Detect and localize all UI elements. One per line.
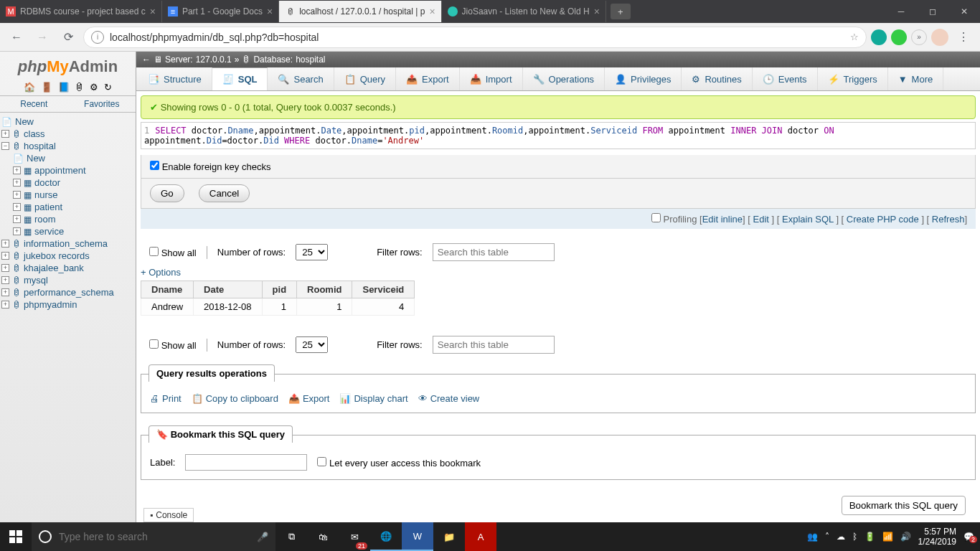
tab-operations[interactable]: 🔧Operations — [523, 67, 606, 90]
browser-tab-1[interactable]: ≡ Part 1 - Google Docs × — [162, 1, 279, 22]
tree-table-room[interactable]: +▦room — [1, 213, 134, 225]
tree-db-jukebox[interactable]: +🛢jukebox records — [1, 250, 134, 262]
home-icon[interactable]: 🏠 — [24, 82, 35, 93]
show-all-checkbox[interactable] — [149, 339, 159, 349]
task-mail[interactable]: ✉21 — [339, 522, 370, 551]
battery-icon[interactable]: 🔋 — [864, 532, 875, 542]
browser-tab-2[interactable]: 🛢 localhost / 127.0.0.1 / hospital | p × — [279, 1, 441, 22]
extension-icon-2[interactable] — [891, 29, 907, 45]
notifications-icon[interactable]: 💬2 — [963, 532, 974, 542]
window-close[interactable]: ✕ — [948, 0, 980, 23]
expand-icon[interactable]: + — [1, 276, 9, 284]
wifi-icon[interactable]: 📶 — [882, 532, 893, 542]
close-icon[interactable]: × — [150, 6, 156, 17]
task-view-button[interactable]: ⧉ — [275, 522, 307, 551]
table-row[interactable]: Andrew 2018-12-08 1 1 4 — [141, 298, 415, 316]
db-value[interactable]: hospital — [296, 55, 325, 65]
sql-icon[interactable]: 🛢 — [75, 82, 84, 93]
expand-icon[interactable]: + — [13, 203, 21, 211]
filter-input[interactable] — [433, 243, 555, 261]
rows-select[interactable]: 25 — [296, 336, 328, 353]
create-php-link[interactable]: Create PHP code — [847, 214, 919, 225]
new-tab-button[interactable]: + — [611, 4, 631, 19]
rows-select[interactable]: 25 — [296, 244, 328, 260]
tab-import[interactable]: 📥Import — [460, 67, 523, 90]
back-button[interactable]: ← — [6, 27, 27, 48]
expand-icon[interactable]: + — [1, 240, 9, 248]
start-button[interactable] — [0, 522, 32, 551]
tree-new-table[interactable]: 📄New — [1, 152, 134, 164]
print-link[interactable]: 🖨Print — [150, 393, 182, 404]
volume-icon[interactable]: 🔊 — [900, 532, 911, 542]
cancel-button[interactable]: Cancel — [199, 184, 250, 202]
expand-icon[interactable]: − — [1, 142, 9, 150]
fk-checkbox[interactable] — [150, 161, 159, 170]
taskbar-search[interactable]: 🎤 — [32, 522, 275, 551]
tree-table-patient[interactable]: +▦patient — [1, 201, 134, 213]
tree-db-perf-schema[interactable]: +🛢performance_schema — [1, 286, 134, 298]
bluetooth-icon[interactable]: ᛒ — [852, 532, 857, 542]
show-all-label[interactable]: Show all — [149, 339, 197, 351]
task-store[interactable]: 🛍 — [307, 522, 339, 551]
tree-table-nurse[interactable]: +▦nurse — [1, 189, 134, 201]
site-info-icon[interactable]: i — [91, 31, 104, 44]
tab-events[interactable]: 🕒Events — [753, 67, 818, 90]
onedrive-icon[interactable]: ☁ — [837, 532, 845, 542]
browser-tab-0[interactable]: M RDBMS course - project based c × — [0, 1, 162, 22]
tree-db-khajalee[interactable]: +🛢khajalee_bank — [1, 262, 134, 274]
extension-icon-1[interactable] — [871, 29, 887, 45]
tab-query[interactable]: 📋Query — [334, 67, 396, 90]
forward-button[interactable]: → — [32, 27, 53, 48]
show-all-label[interactable]: Show all — [149, 247, 197, 258]
taskbar-search-input[interactable] — [59, 531, 250, 542]
console-toggle[interactable]: ▪ Console — [143, 508, 194, 522]
task-explorer[interactable]: 📁 — [433, 522, 465, 551]
mic-icon[interactable]: 🎤 — [257, 532, 268, 542]
tree-db-hospital[interactable]: −🛢hospital — [1, 140, 134, 152]
server-value[interactable]: 127.0.0.1 — [196, 55, 232, 65]
chrome-menu[interactable]: ⋮ — [953, 27, 974, 48]
col-header[interactable]: pid — [262, 281, 297, 298]
go-button[interactable]: Go — [150, 184, 184, 202]
recent-tab[interactable]: Recent — [0, 96, 68, 112]
tree-db-phpmyadmin[interactable]: +🛢phpmyadmin — [1, 298, 134, 311]
expand-icon[interactable]: + — [13, 215, 21, 223]
tab-structure[interactable]: 📑Structure — [138, 67, 212, 90]
chart-link[interactable]: 📊Display chart — [339, 393, 407, 404]
logout-icon[interactable]: 🚪 — [41, 82, 52, 93]
tab-sql[interactable]: 🧾SQL — [212, 67, 268, 90]
reload-button[interactable]: ⟳ — [57, 27, 79, 48]
tab-triggers[interactable]: ⚡Triggers — [818, 67, 888, 90]
close-icon[interactable]: × — [594, 6, 600, 17]
view-link[interactable]: 👁Create view — [418, 393, 480, 404]
expand-icon[interactable]: + — [13, 227, 21, 235]
bookmark-submit-button[interactable]: Bookmark this SQL query — [842, 496, 966, 515]
people-icon[interactable]: 👥 — [807, 532, 818, 542]
export-link[interactable]: 📤Export — [288, 393, 330, 404]
tab-export[interactable]: 📤Export — [396, 67, 460, 90]
overflow-badge[interactable]: » — [911, 29, 927, 45]
taskbar-clock[interactable]: 5:57 PM 1/24/2019 — [918, 527, 956, 547]
reload-icon[interactable]: ↻ — [104, 82, 112, 93]
close-icon[interactable]: × — [429, 6, 435, 17]
tree-table-service[interactable]: +▦service — [1, 225, 134, 237]
tab-routines[interactable]: ⚙Routines — [682, 67, 752, 90]
col-header[interactable]: Roomid — [297, 281, 352, 298]
profiling-checkbox[interactable] — [651, 213, 661, 222]
url-bar[interactable]: i localhost/phpmyadmin/db_sql.php?db=hos… — [83, 27, 867, 48]
tab-more[interactable]: ▼More — [888, 67, 944, 90]
expand-icon[interactable]: + — [13, 166, 21, 174]
expand-icon[interactable]: + — [1, 288, 9, 296]
window-maximize[interactable]: ◻ — [917, 0, 948, 23]
copy-link[interactable]: 📋Copy to clipboard — [192, 393, 278, 404]
expand-icon[interactable]: + — [1, 301, 9, 309]
tree-db-mysql[interactable]: +🛢mysql — [1, 274, 134, 286]
expand-icon[interactable]: + — [13, 191, 21, 199]
filter-input[interactable] — [433, 336, 555, 354]
expand-icon[interactable]: + — [1, 252, 9, 260]
tray-chevron-icon[interactable]: ˄ — [825, 532, 829, 542]
tree-new[interactable]: 📄New — [1, 116, 134, 128]
share-checkbox[interactable] — [317, 457, 326, 466]
fk-checkbox-label[interactable]: Enable foreign key checks — [150, 161, 270, 172]
bookmark-input[interactable] — [185, 454, 307, 471]
